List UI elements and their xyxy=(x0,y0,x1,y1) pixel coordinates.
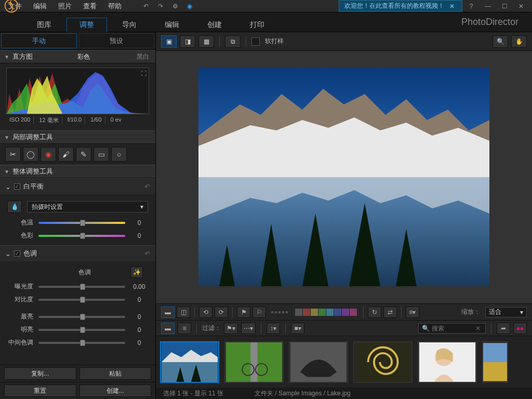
flag-icon[interactable]: ⚑ xyxy=(237,307,250,318)
tab-create[interactable]: 创建 xyxy=(194,18,235,32)
flip-icon[interactable]: ⇄ xyxy=(383,307,397,318)
create-button[interactable]: 创建... xyxy=(79,384,152,397)
histogram-mode-color[interactable]: 彩色 xyxy=(75,52,92,61)
global-tools-header[interactable]: ▼ 整体调整工具 xyxy=(0,165,155,178)
hand-tool-icon[interactable]: ✋ xyxy=(511,35,527,48)
mask-brush-icon[interactable]: ✎ xyxy=(76,147,91,162)
clear-search-icon[interactable]: ✕ xyxy=(475,325,481,332)
rotate-right-icon[interactable]: ⟳ xyxy=(215,307,228,318)
white-balance-checkbox[interactable]: ✓ xyxy=(14,183,20,190)
redeye-tool-icon[interactable]: ◉ xyxy=(41,147,56,162)
color-swatch[interactable] xyxy=(334,309,341,316)
settings-icon[interactable]: ⚙ xyxy=(170,2,180,11)
filter-color-icon[interactable]: ■▾ xyxy=(291,323,304,334)
white-balance-header[interactable]: ⌄ ✓ 白平衡 ↶ xyxy=(0,178,155,194)
notification-icon[interactable]: ◉ xyxy=(185,2,194,11)
rotate-icon[interactable]: ↻ xyxy=(368,307,381,318)
spot-tool-icon[interactable]: ◯ xyxy=(23,147,38,162)
brush-tool-icon[interactable]: 🖌 xyxy=(58,147,74,162)
white-balance-preset-select[interactable]: 拍摄时设置▾ xyxy=(27,201,148,212)
window-maximize-icon[interactable]: ☐ xyxy=(501,3,508,10)
tab-edit[interactable]: 编辑 xyxy=(152,18,192,32)
histogram-header[interactable]: ▼ 直方图 彩色 黑白 xyxy=(0,50,155,63)
redo-icon[interactable]: ↷ xyxy=(156,2,165,11)
subtab-manual[interactable]: 手动 xyxy=(1,33,77,48)
menu-edit[interactable]: 编辑 xyxy=(28,1,52,12)
sort-icon[interactable]: ≡▾ xyxy=(406,307,419,318)
paste-button[interactable]: 粘贴 xyxy=(79,367,152,380)
window-close-icon[interactable]: ✕ xyxy=(517,3,525,10)
help-icon[interactable]: ? xyxy=(468,3,475,10)
midtones-slider[interactable]: 中间色调0 xyxy=(7,336,148,349)
temperature-slider[interactable]: 色温 0 xyxy=(7,216,148,229)
color-swatch[interactable] xyxy=(311,309,318,316)
exposure-slider[interactable]: 曝光度0.00 xyxy=(7,280,148,293)
thumbnail-lake[interactable] xyxy=(160,341,219,383)
rotate-left-icon[interactable]: ⟲ xyxy=(199,307,212,318)
tone-header[interactable]: ⌄ ✓ 色调 ↶ xyxy=(0,245,155,261)
view-grid-icon[interactable]: ▦ xyxy=(198,35,214,48)
welcome-banner[interactable]: 欢迎您！在此查看所有的教程视频！ ✕ xyxy=(339,0,462,12)
view-before-after-icon[interactable]: ◨ xyxy=(180,35,195,48)
image-viewer[interactable] xyxy=(156,51,532,303)
rating-dots[interactable] xyxy=(268,311,291,313)
view-single-icon[interactable]: ▣ xyxy=(161,35,177,48)
thumbnail-field[interactable] xyxy=(482,341,508,383)
tone-reset-icon[interactable]: ↶ xyxy=(144,250,150,258)
banner-close-icon[interactable]: ✕ xyxy=(447,3,457,10)
strip-view-icon[interactable]: ▬ xyxy=(161,323,175,334)
filter-flag-icon[interactable]: ⚑▾ xyxy=(224,323,238,334)
thumbnail-ship[interactable] xyxy=(289,341,348,383)
color-swatch[interactable] xyxy=(303,309,310,316)
highlights-slider[interactable]: 最亮0 xyxy=(7,310,148,323)
reject-icon[interactable]: ⚐ xyxy=(252,307,266,318)
local-tools-header[interactable]: ▼ 局部调整工具 xyxy=(0,130,155,144)
tab-print[interactable]: 打印 xyxy=(237,18,277,32)
histogram-expand-icon[interactable]: ⛶ xyxy=(141,70,147,76)
gradient-tool-icon[interactable]: ▭ xyxy=(94,147,109,162)
white-balance-reset-icon[interactable]: ↶ xyxy=(144,183,150,191)
histogram-mode-bw[interactable]: 黑白 xyxy=(135,52,151,61)
softproof-checkbox[interactable] xyxy=(251,37,260,46)
search-input[interactable] xyxy=(432,325,473,332)
window-minimize-icon[interactable]: ― xyxy=(484,3,491,10)
radial-tool-icon[interactable]: ○ xyxy=(111,147,127,162)
crop-tool-icon[interactable]: ✂ xyxy=(5,147,21,162)
filter-rating-icon[interactable]: ⋯▾ xyxy=(241,323,256,334)
export-icon[interactable]: ➦ xyxy=(497,323,510,334)
filmstrip[interactable] xyxy=(156,336,532,388)
list-view-icon[interactable]: ≡ xyxy=(178,323,191,334)
menu-photo[interactable]: 照片 xyxy=(53,1,77,12)
zoom-select[interactable]: 适合▾ xyxy=(485,307,527,317)
thumbnail-portrait[interactable] xyxy=(418,341,477,383)
undo-icon[interactable]: ↶ xyxy=(141,2,151,11)
tint-slider[interactable]: 色彩 0 xyxy=(7,229,148,242)
lights-slider[interactable]: 明亮0 xyxy=(7,323,148,336)
subtab-preset[interactable]: 预设 xyxy=(79,33,155,48)
menu-view[interactable]: 查看 xyxy=(78,1,102,12)
color-swatch[interactable] xyxy=(350,309,357,316)
copy-button[interactable]: 复制... xyxy=(4,367,76,380)
auto-tone-icon[interactable]: ✨ xyxy=(130,267,143,278)
color-swatch[interactable] xyxy=(295,309,302,316)
share-flickr-icon[interactable]: ●● xyxy=(513,323,527,334)
thumbnail-bike[interactable] xyxy=(224,341,284,383)
tab-library[interactable]: 图库 xyxy=(24,18,64,32)
contrast-slider[interactable]: 对比度0 xyxy=(7,293,148,306)
layout-single-icon[interactable]: ▬ xyxy=(161,307,175,318)
tab-guided[interactable]: 导向 xyxy=(109,18,150,32)
color-swatch[interactable] xyxy=(318,309,326,316)
layout-split-icon[interactable]: ◫ xyxy=(177,307,190,318)
thumbnail-spiral[interactable] xyxy=(353,341,413,383)
filter-sort-icon[interactable]: ↕▾ xyxy=(267,323,280,334)
eyedropper-icon[interactable]: 💧 xyxy=(7,201,22,213)
search-box[interactable]: 🔍 ✕ xyxy=(418,323,486,334)
magnifier-icon[interactable]: 🔍 xyxy=(493,35,508,48)
color-swatch[interactable] xyxy=(342,309,349,316)
color-swatch[interactable] xyxy=(326,309,334,316)
secondary-display-icon[interactable]: ⧉ xyxy=(225,35,241,48)
reset-button[interactable]: 重置 xyxy=(4,384,76,397)
tone-checkbox[interactable]: ✓ xyxy=(14,250,20,257)
tab-adjustment[interactable]: 调整 xyxy=(66,18,107,32)
menu-help[interactable]: 帮助 xyxy=(103,1,127,12)
